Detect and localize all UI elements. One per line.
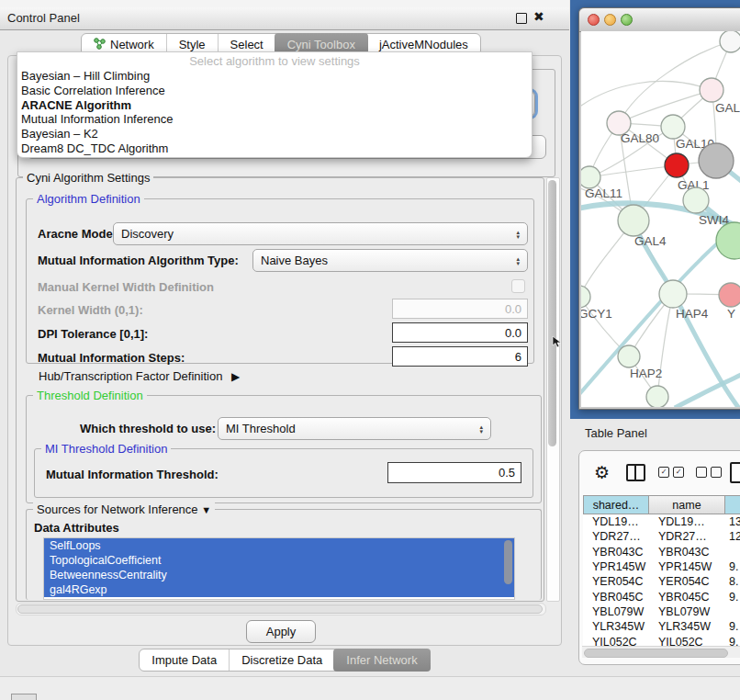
dpi-tolerance-field[interactable]: 0.0 [392, 322, 528, 343]
node-salmon-label: Y [727, 307, 735, 321]
select-all-columns-icon[interactable]: ✓ ✓ [658, 467, 684, 478]
mi-threshold-field[interactable]: 0.5 [387, 462, 521, 483]
apply-button[interactable]: Apply [246, 620, 316, 643]
table-row[interactable]: YDL19…YDL19…13 [583, 514, 740, 529]
hub-definition-label: Hub/Transcription Factor Definition [39, 369, 222, 383]
close-traffic-light-icon[interactable] [588, 14, 600, 26]
scrollbar-thumb[interactable] [548, 180, 556, 446]
attribute-item-selfloops[interactable]: SelfLoops [44, 538, 514, 553]
manual-kernel-checkbox[interactable] [511, 279, 525, 293]
node-gal11[interactable] [581, 166, 600, 188]
node-swi4[interactable] [683, 187, 709, 213]
column-header-name[interactable]: name [649, 495, 725, 514]
node-gal1[interactable] [665, 153, 689, 177]
data-attributes-label: Data Attributes [34, 521, 119, 535]
table-cell: YBR043C [649, 545, 725, 559]
node-gal4-label: GAL4 [634, 234, 667, 248]
algorithm-option-bayesian-hill-climbing[interactable]: Bayesian – Hill Climbing [17, 69, 532, 84]
scrollbar-thumb[interactable] [17, 604, 543, 614]
table-cell [725, 604, 740, 619]
float-window-icon[interactable] [516, 13, 527, 24]
zoom-traffic-light-icon[interactable] [621, 14, 633, 26]
table-row[interactable]: YBR045CYBR045C9. [583, 589, 740, 604]
expanded-arrow-icon: ▼ [201, 504, 211, 515]
algorithm-option-aracne-algorithm[interactable]: ARACNE Algorithm [17, 98, 532, 113]
node-gal4[interactable] [618, 205, 649, 236]
network-view-window[interactable]: GALGAL80GAL10GAL1SWI4GAL11GAL4GCY1HAP4YH… [578, 7, 740, 410]
node-hap4[interactable] [659, 280, 687, 308]
hub-definition-toggle[interactable]: Hub/Transcription Factor Definition ▶ [39, 369, 240, 383]
gear-icon[interactable]: ⚙ [594, 464, 610, 481]
table-row[interactable]: YBL079WYBL079W [583, 604, 740, 619]
node-big-green[interactable] [716, 222, 740, 259]
table-cell: YBR045C [583, 589, 649, 604]
network-edge [675, 373, 740, 407]
table-row[interactable]: YER054CYER054C8. [583, 574, 740, 589]
algorithm-option-basic-correlation-inference[interactable]: Basic Correlation Inference [17, 84, 532, 98]
settings-vertical-scrollbar[interactable] [546, 177, 560, 602]
node-bottom-partial[interactable] [646, 386, 668, 407]
column-header-a[interactable]: A [725, 495, 740, 514]
network-icon [94, 38, 106, 52]
minimize-traffic-light-icon[interactable] [604, 14, 616, 26]
close-icon[interactable]: ✖ [533, 9, 544, 24]
tab-infer-network[interactable]: Infer Network [333, 649, 430, 672]
kernel-width-field[interactable]: 0.0 [392, 299, 528, 319]
sources-toggle[interactable]: Sources for Network Inference ▼ [33, 502, 215, 516]
node-gray[interactable] [699, 143, 734, 178]
table-cell: YPR145W [583, 559, 649, 574]
network-canvas[interactable]: GALGAL80GAL10GAL1SWI4GAL11GAL4GCY1HAP4YH… [581, 31, 740, 407]
which-threshold-label: Which threshold to use: [80, 422, 216, 435]
table-row[interactable]: YLR345WYLR345W9. [583, 619, 740, 634]
table-body: YDL19…YDL19…13YDR27…YDR27…12YBR043CYBR04… [583, 514, 740, 646]
node-top-partial[interactable] [720, 31, 740, 52]
table-row[interactable]: YDR27…YDR27…12 [583, 529, 740, 544]
combobox-value: MI Threshold [226, 422, 296, 435]
node-hap2-label: HAP2 [630, 367, 662, 380]
sources-label: Sources for Network Inference [37, 502, 198, 516]
table-cell: 9. [725, 634, 740, 646]
node-salmon[interactable] [719, 283, 740, 307]
mi-steps-field[interactable]: 6 [392, 346, 528, 367]
attribute-item-betweennesscentrality[interactable]: BetweennessCentrality [44, 568, 514, 582]
table-cell: YBL079W [583, 604, 649, 619]
deselect-all-columns-icon[interactable] [696, 467, 722, 478]
table-row[interactable]: YBR043CYBR043C [583, 545, 740, 559]
settings-horizontal-scrollbar[interactable] [16, 603, 546, 615]
tab-impute-data[interactable]: Impute Data [140, 649, 229, 671]
tab-label: Infer Network [346, 653, 417, 667]
node-gal10[interactable] [661, 115, 685, 139]
which-threshold-combobox[interactable]: MI Threshold ▴▾ [218, 417, 491, 440]
attribute-item-gal4rgexp[interactable]: gal4RGexp [44, 582, 514, 597]
node-gcy1[interactable] [581, 286, 590, 308]
tab-discretize-data[interactable]: Discretize Data [229, 649, 334, 671]
algorithm-option-mutual-information-inference[interactable]: Mutual Information Inference [17, 112, 532, 127]
node-gal11-label: GAL11 [585, 186, 622, 200]
split-columns-icon[interactable] [626, 464, 645, 481]
attribute-item-topologicalcoefficient[interactable]: TopologicalCoefficient [44, 553, 514, 568]
table-cell: YLR345W [649, 619, 725, 634]
node-gal-pink[interactable] [700, 78, 723, 102]
tab-label: Impute Data [151, 653, 217, 667]
mi-type-combobox[interactable]: Naive Bayes ▴▾ [252, 249, 528, 272]
column-header-shared[interactable]: shared… [583, 495, 649, 514]
table-row[interactable]: YPR145WYPR145W9. [583, 559, 740, 574]
document-icon[interactable] [730, 462, 740, 483]
algorithm-option-bayesian-k2[interactable]: Bayesian – K2 [17, 127, 532, 141]
table-cell: YDR27… [649, 529, 725, 544]
node-hap4-label: HAP4 [676, 307, 709, 321]
network-window-titlebar[interactable] [579, 8, 740, 32]
node-hap2[interactable] [618, 345, 640, 367]
table-cell: YIL052C [583, 634, 649, 646]
algorithm-dropdown-popup: Select algorithm to view settings Bayesi… [17, 51, 533, 158]
aracne-mode-combobox[interactable]: Discovery ▴▾ [113, 222, 528, 245]
scrollbar-thumb[interactable] [584, 649, 728, 658]
table-horizontal-scrollbar[interactable] [582, 646, 740, 658]
algorithm-option-dream8-dc-tdc-algorithm[interactable]: Dream8 DC_TDC Algorithm [17, 141, 532, 156]
network-graph: GALGAL80GAL10GAL1SWI4GAL11GAL4GCY1HAP4YH… [581, 31, 740, 407]
table-cell: 9. [725, 619, 740, 634]
table-cell: YDL19… [583, 514, 649, 529]
table-row[interactable]: YIL052CYIL052C9. [583, 634, 740, 646]
list-scrollbar[interactable] [504, 540, 512, 584]
control-panel-titlebar: Control Panel ✖ [0, 7, 569, 30]
